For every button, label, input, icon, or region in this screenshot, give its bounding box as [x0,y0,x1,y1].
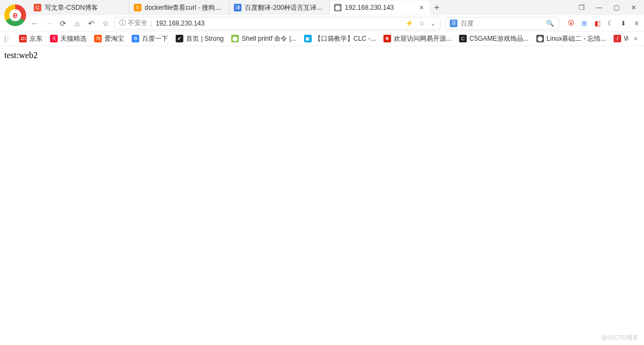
bookmarks-handle-icon[interactable]: |〉 [3,34,14,43]
bookmark-item-10[interactable]: /Welcome to The... [614,35,628,42]
window-controls: ❐ — ▢ ✕ [578,4,644,11]
bookmark-item-2[interactable]: 淘爱淘宝 [94,34,124,43]
tab-3[interactable]: ⬤192.168.230.143× [330,1,430,15]
address-icons: ⚡ ☆ ⌄ [405,20,436,27]
menu-icon[interactable]: ≡ [632,19,641,28]
tab-favicon: C [34,4,41,11]
bookmark-label: 【口袋教学】CLC -... [314,34,376,43]
bookmark-icon: ⬤ [536,35,544,42]
bookmark-label: 百度一下 [142,34,168,43]
bookmark-label: C5GAME游戏饰品... [469,34,529,43]
bookmark-label: Linux基础二 - 忘情... [547,34,606,43]
flash-icon[interactable]: ⚡ [405,20,413,27]
bookmarks-bar: |〉 JD京东天天猫精选淘爱淘宝⚙百度一下✔首页 | Strong⬤Shell … [0,32,644,46]
close-window-button[interactable]: ✕ [630,4,637,11]
reload-button[interactable]: ⟳ [59,19,67,28]
extension-icons: ⦿ ⊞ ◧ ☾ ⬇ ≡ [564,19,641,28]
security-status[interactable]: ⓘ 不安全 [119,18,147,28]
bookmark-label: 京东 [29,34,42,43]
bookmark-label: 首页 | Strong [186,34,224,43]
search-input[interactable] [461,20,543,27]
tab-title: 192.168.230.143 [345,4,414,11]
address-bar[interactable]: ⓘ 不安全 | 192.168.230.143 ⚡ ☆ ⌄ [114,17,441,30]
bookmark-icon: 天 [50,35,58,42]
bookmark-icon: / [614,35,621,42]
browser-chrome: C写文章-CSDN博客Sdockerfile查看curl - 搜狗搜索译百度翻译… [0,0,644,46]
bookmark-item-5[interactable]: ⬤Shell printf 命令 |... [231,34,296,43]
back-button[interactable]: ← [30,19,39,28]
bookmark-icon: ❋ [383,35,391,42]
tab-favicon: S [134,4,141,11]
maximize-button[interactable]: ▢ [612,4,620,11]
browser-logo [4,4,26,26]
nav-buttons: ← → ⟳ ⌂ ↶ ☆ [30,19,110,28]
minimize-button[interactable]: — [595,4,603,11]
bookmark-label: Shell printf 命令 |... [242,34,296,43]
bookmark-label: 天猫精选 [60,34,86,43]
bookmark-icon: ⬤ [231,35,239,42]
bookmark-label: Welcome to The... [624,35,628,42]
tab-favicon: ⬤ [334,4,342,11]
bookmark-item-7[interactable]: ❋欢迎访问网易开源... [383,34,451,43]
forward-button[interactable]: → [45,19,53,28]
tab-title: dockerfile查看curl - 搜狗搜索 [145,3,225,12]
search-icon[interactable]: 🔍 [546,20,554,27]
ext-grid-icon[interactable]: ⊞ [580,19,589,28]
download-icon[interactable]: ⬇ [619,19,628,28]
page-content: test:web2 [0,46,644,65]
favorite-button[interactable]: ☆ [101,19,110,28]
tab-strip: C写文章-CSDN博客Sdockerfile查看curl - 搜狗搜索译百度翻译… [0,0,644,15]
dropdown-icon[interactable]: ⌄ [430,20,436,27]
bookmark-label: 欢迎访问网易开源... [394,34,451,43]
bookmark-item-8[interactable]: CC5GAME游戏饰品... [459,34,529,43]
bookmark-icon: ✔ [176,35,183,42]
home-button[interactable]: ⌂ [73,19,82,28]
bookmark-item-6[interactable]: ▣【口袋教学】CLC -... [304,34,376,43]
panel-icon[interactable]: ❐ [578,4,585,11]
security-text: 不安全 [128,18,147,28]
dark-mode-icon[interactable]: ☾ [606,19,615,28]
tab-2[interactable]: 译百度翻译-200种语言互译、沟通全世 [230,1,330,15]
bookmark-star-icon[interactable]: ☆ [419,20,425,27]
page-body-text: test:web2 [4,51,38,60]
bookmark-icon: ⚙ [132,35,139,42]
bookmarks-overflow[interactable]: » [634,35,641,42]
bookmark-icon: ▣ [304,35,312,42]
search-box[interactable]: 百 🔍 [445,17,559,30]
bookmark-item-9[interactable]: ⬤Linux基础二 - 忘情... [536,34,606,43]
bookmark-item-1[interactable]: 天天猫精选 [50,34,86,43]
bookmark-label: 爱淘宝 [104,34,124,43]
undo-button[interactable]: ↶ [87,19,96,28]
bookmark-item-4[interactable]: ✔首页 | Strong [176,34,224,43]
tab-title: 百度翻译-200种语言互译、沟通全世 [245,3,325,12]
bookmark-item-3[interactable]: ⚙百度一下 [132,34,168,43]
separator: | [151,20,152,27]
ext-square-icon[interactable]: ◧ [593,19,602,28]
info-icon: ⓘ [119,18,126,28]
tab-favicon: 译 [234,4,242,11]
tab-0[interactable]: C写文章-CSDN博客 [29,1,129,15]
bookmark-icon: JD [19,35,27,42]
search-engine-icon[interactable]: 百 [450,20,457,27]
bookmark-icon: 淘 [94,35,102,42]
url-text[interactable]: 192.168.230.143 [156,20,402,27]
bookmark-icon: C [459,35,467,42]
toolbar: ← → ⟳ ⌂ ↶ ☆ ⓘ 不安全 | 192.168.230.143 ⚡ ☆ … [0,15,644,32]
watermark: @51CTO博客 [602,334,639,342]
bookmark-item-0[interactable]: JD京东 [19,34,42,43]
new-tab-button[interactable]: + [430,3,444,12]
tab-1[interactable]: Sdockerfile查看curl - 搜狗搜索 [129,1,230,15]
tab-title: 写文章-CSDN博客 [45,3,125,12]
ext-red-icon[interactable]: ⦿ [567,19,575,28]
tab-close-icon[interactable]: × [418,4,425,11]
